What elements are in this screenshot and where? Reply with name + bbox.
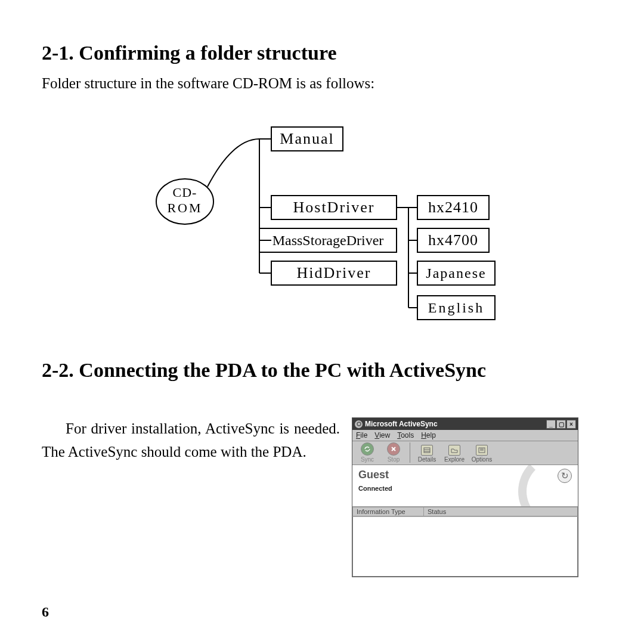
explore-icon [448, 445, 460, 456]
tool-sync-label: Sync [361, 456, 374, 463]
sync-icon [361, 442, 374, 456]
node-hx2410: hx2410 [428, 199, 478, 216]
stop-icon [387, 442, 400, 456]
tool-options[interactable]: Options [469, 445, 495, 463]
options-icon [476, 445, 488, 456]
activesync-window: Microsoft ActiveSync _ ▢ × File View Too… [352, 417, 578, 577]
section-1-heading: 2-1. Confirming a folder structure [42, 42, 602, 64]
node-massstorage: MassStorageDriver [273, 233, 384, 248]
tool-explore-label: Explore [444, 456, 465, 463]
column-status[interactable]: Status [424, 507, 578, 516]
menu-bar: File View Tools Help [352, 430, 578, 441]
svg-text:CD-: CD- [173, 185, 197, 200]
details-icon [421, 445, 433, 456]
window-title: Microsoft ActiveSync [365, 420, 546, 428]
tool-stop-label: Stop [388, 456, 400, 463]
svg-rect-24 [424, 448, 430, 453]
minimize-button[interactable]: _ [546, 420, 556, 429]
maximize-button[interactable]: ▢ [556, 420, 566, 429]
toolbar-separator [410, 442, 410, 463]
tool-options-label: Options [472, 456, 492, 463]
app-icon [355, 420, 363, 428]
section-2-body: For driver installation, ActiveSync is n… [42, 417, 340, 464]
tool-sync[interactable]: Sync [355, 442, 380, 463]
tool-stop[interactable]: Stop [381, 442, 406, 463]
node-hx4700: hx4700 [428, 231, 478, 249]
svg-text:ROM: ROM [167, 200, 202, 215]
column-info-type[interactable]: Information Type [352, 507, 424, 516]
list-body [352, 517, 578, 577]
node-english: English [428, 300, 484, 315]
titlebar: Microsoft ActiveSync _ ▢ × [352, 418, 578, 430]
tool-details-label: Details [418, 456, 436, 463]
node-hiddriver: HidDriver [297, 264, 371, 281]
close-button[interactable]: × [566, 420, 576, 429]
menu-view[interactable]: View [374, 431, 390, 439]
menu-help[interactable]: Help [421, 431, 436, 439]
node-japanese: Japanese [426, 265, 486, 281]
section-2-heading: 2-2. Connecting the PDA to the PC with A… [42, 359, 602, 382]
node-manual: Manual [280, 130, 334, 147]
menu-file[interactable]: File [356, 431, 367, 439]
list-header: Information Type Status [352, 507, 578, 517]
toolbar: Sync Stop Details Explore [352, 441, 578, 465]
folder-structure-diagram: CD- ROM Manual HostDriver MassStorageDri… [143, 118, 501, 329]
section-1-body: Folder structure in the software CD-ROM … [42, 73, 602, 94]
page-number: 6 [42, 604, 49, 620]
status-pane: Guest Connected ↻ [352, 465, 578, 507]
tool-details[interactable]: Details [414, 445, 440, 463]
tool-explore[interactable]: Explore [441, 445, 467, 463]
menu-tools[interactable]: Tools [397, 431, 414, 439]
node-hostdriver: HostDriver [293, 199, 375, 216]
